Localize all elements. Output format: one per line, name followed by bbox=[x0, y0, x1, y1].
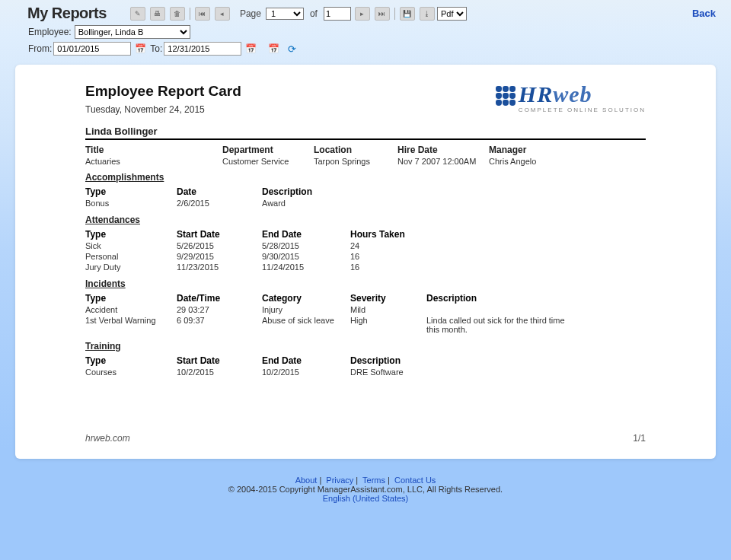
inc-0-sev: Mild bbox=[350, 304, 426, 315]
att-2-type: Jury Duty bbox=[85, 262, 177, 272]
report-page: Employee Report Card Tuesday, November 2… bbox=[15, 65, 716, 459]
refresh-icon[interactable]: ⟳ bbox=[288, 43, 299, 55]
acc-date: 2/6/2015 bbox=[177, 198, 262, 208]
section-attendances: Attendances bbox=[85, 215, 646, 225]
trn-h-end: End Date bbox=[262, 355, 350, 367]
first-page-icon[interactable]: ⏮ bbox=[195, 7, 210, 21]
footer-privacy[interactable]: Privacy bbox=[326, 476, 353, 485]
acc-type: Bonus bbox=[85, 198, 177, 208]
footer-about[interactable]: About bbox=[295, 476, 318, 485]
inc-1-dt: 6 09:37 bbox=[177, 315, 262, 335]
run-calendar-icon[interactable]: 📅 bbox=[268, 43, 279, 55]
col-location: Location bbox=[314, 145, 397, 155]
to-label: To: bbox=[150, 43, 162, 54]
inc-h-dt: Date/Time bbox=[177, 292, 262, 304]
acc-desc: Award bbox=[262, 198, 414, 208]
to-date-input[interactable] bbox=[164, 42, 241, 56]
next-page-icon[interactable]: ▸ bbox=[355, 7, 370, 21]
val-manager: Chris Angelo bbox=[489, 155, 573, 166]
inc-h-type: Type bbox=[85, 292, 177, 304]
att-0-hours: 24 bbox=[350, 240, 426, 251]
inc-h-desc: Description bbox=[426, 292, 579, 304]
filter-row-2: From: 📅 To: 📅 📅 ⟳ bbox=[0, 40, 731, 65]
val-hire: Nov 7 2007 12:00AM bbox=[397, 155, 489, 166]
export-icon[interactable]: ⭳ bbox=[420, 7, 435, 21]
employee-name: Linda Bollinger bbox=[85, 126, 646, 140]
val-department: Customer Service bbox=[222, 155, 314, 166]
logo-subtitle: COMPLETE ONLINE SOLUTION bbox=[519, 107, 646, 113]
inc-1-cat: Abuse of sick leave bbox=[262, 315, 350, 335]
val-title: Actuaries bbox=[85, 155, 222, 166]
toolbar-separator-2 bbox=[394, 8, 395, 20]
col-hire: Hire Date bbox=[397, 145, 489, 155]
toolbar-separator bbox=[190, 8, 190, 20]
trn-0-start: 10/2/2015 bbox=[177, 367, 262, 377]
att-0-type: Sick bbox=[85, 240, 177, 251]
tool-icon-1[interactable]: ✎ bbox=[130, 7, 145, 21]
back-link[interactable]: Back bbox=[692, 8, 716, 19]
logo-text-hr: HR bbox=[519, 81, 553, 107]
trn-h-desc: Description bbox=[350, 355, 503, 367]
print-batch-icon[interactable]: 🗑 bbox=[170, 7, 185, 21]
col-department: Department bbox=[222, 145, 314, 155]
section-training: Training bbox=[85, 341, 646, 352]
acc-h-desc: Description bbox=[262, 186, 414, 198]
acc-h-date: Date bbox=[177, 186, 262, 198]
acc-h-type: Type bbox=[85, 186, 177, 198]
format-select[interactable]: Pdf bbox=[437, 7, 467, 21]
trn-h-start: Start Date bbox=[177, 355, 262, 367]
att-h-end: End Date bbox=[262, 228, 350, 240]
page-label: Page bbox=[240, 8, 261, 19]
logo-text-web: web bbox=[553, 81, 592, 107]
prev-page-icon[interactable]: ◂ bbox=[215, 7, 230, 21]
col-manager: Manager bbox=[489, 145, 573, 155]
val-location: Tarpon Springs bbox=[314, 155, 397, 166]
last-page-icon[interactable]: ⏭ bbox=[375, 7, 390, 21]
print-icon[interactable]: 🖶 bbox=[150, 7, 165, 21]
trn-h-type: Type bbox=[85, 355, 177, 367]
from-date-input[interactable] bbox=[53, 42, 131, 56]
att-1-start: 9/29/2015 bbox=[177, 251, 262, 262]
report-title: Employee Report Card bbox=[85, 83, 241, 100]
footer-contact[interactable]: Contact Us bbox=[394, 476, 436, 485]
inc-0-type: Accident bbox=[85, 304, 177, 315]
save-icon[interactable]: 💾 bbox=[400, 7, 415, 21]
inc-h-cat: Category bbox=[262, 292, 350, 304]
inc-1-desc: Linda called out sick for the third time… bbox=[426, 315, 579, 335]
report-footer-page: 1/1 bbox=[633, 433, 646, 444]
report-toolbar: My Reports ✎ 🖶 🗑 ⏮ ◂ Page 1 of ▸ ⏭ 💾 ⭳ P… bbox=[0, 0, 731, 25]
footer-copyright: © 2004-2015 Copyright ManagerAssistant.c… bbox=[228, 485, 503, 494]
report-date: Tuesday, November 24, 2015 bbox=[85, 104, 241, 115]
logo-mark-icon bbox=[496, 83, 516, 106]
att-h-type: Type bbox=[85, 228, 177, 240]
inc-h-sev: Severity bbox=[350, 292, 426, 304]
trn-0-end: 10/2/2015 bbox=[262, 367, 350, 377]
section-accomplishments: Accomplishments bbox=[85, 172, 646, 183]
trn-0-type: Courses bbox=[85, 367, 177, 377]
att-h-start: Start Date bbox=[177, 228, 262, 240]
footer-locale[interactable]: English (United States) bbox=[323, 494, 409, 503]
page-footer: About| Privacy| Terms| Contact Us © 2004… bbox=[0, 476, 731, 503]
inc-0-dt: 29 03:27 bbox=[177, 304, 262, 315]
page-total-field bbox=[324, 7, 351, 21]
att-h-hours: Hours Taken bbox=[350, 228, 426, 240]
inc-0-cat: Injury bbox=[262, 304, 350, 315]
inc-0-desc bbox=[426, 304, 579, 315]
filter-row-1: Employee: Bollinger, Linda B bbox=[0, 25, 731, 40]
inc-1-type: 1st Verbal Warning bbox=[85, 315, 177, 335]
from-label: From: bbox=[28, 43, 52, 54]
report-footer-site: hrweb.com bbox=[85, 433, 130, 444]
footer-terms[interactable]: Terms bbox=[362, 476, 385, 485]
hrweb-logo: HRweb COMPLETE ONLINE SOLUTION bbox=[496, 83, 646, 113]
att-1-hours: 16 bbox=[350, 251, 426, 262]
att-2-end: 11/24/2015 bbox=[262, 262, 350, 272]
att-0-start: 5/26/2015 bbox=[177, 240, 262, 251]
employee-select[interactable]: Bollinger, Linda B bbox=[75, 25, 190, 39]
att-2-start: 11/23/2015 bbox=[177, 262, 262, 272]
trn-0-desc: DRE Software bbox=[350, 367, 503, 377]
section-incidents: Incidents bbox=[85, 278, 646, 289]
from-calendar-icon[interactable]: 📅 bbox=[135, 43, 146, 55]
app-title: My Reports bbox=[27, 5, 107, 22]
to-calendar-icon[interactable]: 📅 bbox=[245, 43, 257, 55]
page-current-select[interactable]: 1 bbox=[266, 8, 304, 20]
